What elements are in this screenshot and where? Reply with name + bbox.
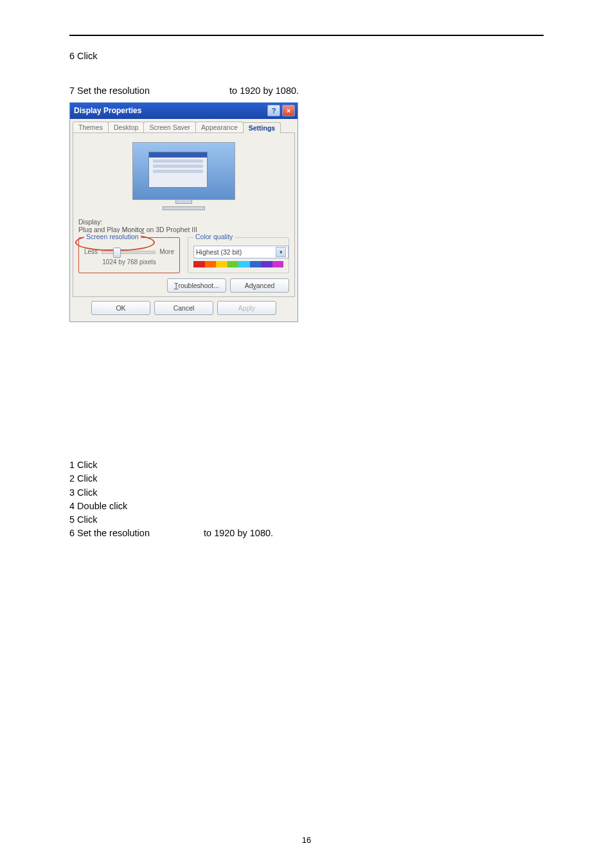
slider-thumb-icon[interactable] <box>113 248 121 258</box>
tab-screen-saver[interactable]: Screen Saver <box>143 122 196 132</box>
dialog-title: Display Properties <box>74 106 141 115</box>
dialog-titlebar: Display Properties ? × <box>70 103 298 119</box>
list-step-5: 5 Click <box>69 514 544 525</box>
slider-more-label: More <box>159 248 174 255</box>
instruction-step-6: 6 Click <box>69 50 544 62</box>
resolution-value: 1024 by 768 pixels <box>84 258 174 266</box>
color-spectrum-bar <box>193 261 283 267</box>
tab-desktop[interactable]: Desktop <box>108 122 145 132</box>
display-text-post: on 3D Prophet III <box>145 226 197 233</box>
horizontal-rule <box>69 35 544 36</box>
display-label: Display: <box>78 218 289 226</box>
tab-appearance[interactable]: Appearance <box>195 122 244 132</box>
tab-themes[interactable]: Themes <box>73 122 109 132</box>
instruction-step-7: 7 Set the resolution to 1920 by 1080. <box>69 85 544 96</box>
list-step-1: 1 Click <box>69 459 544 471</box>
document-page: 6 Click 7 Set the resolution to 1920 by … <box>0 0 613 868</box>
list-step-4: 4 Double click <box>69 500 544 512</box>
step7-prefix: 7 Set the resolution <box>69 86 150 96</box>
chevron-down-icon[interactable]: ▾ <box>276 247 286 257</box>
troubleshoot-button[interactable]: Troubleshoot... <box>167 278 226 293</box>
ok-button[interactable]: OK <box>91 301 150 315</box>
close-button[interactable]: × <box>282 105 295 116</box>
list-step-6-resolution: to 1920 by 1080. <box>204 528 273 538</box>
monitor-preview-icon <box>132 142 235 210</box>
list-step-2: 2 Click <box>69 473 544 484</box>
apply-button[interactable]: Apply <box>217 301 276 315</box>
list-step-6: 6 Set the resolution to 1920 by 1080. <box>69 527 544 539</box>
list-step-6-prefix: 6 Set the resolution <box>69 528 150 538</box>
color-quality-value: Highest (32 bit) <box>196 248 242 256</box>
resolution-slider[interactable] <box>102 247 155 256</box>
display-properties-dialog: Display Properties ? × Themes Desktop Sc… <box>69 102 298 322</box>
color-quality-select[interactable]: Highest (32 bit) ▾ <box>193 246 289 258</box>
cancel-button[interactable]: Cancel <box>154 301 213 315</box>
page-number: 16 <box>0 835 613 845</box>
screen-resolution-group: Screen resolution Less More 1024 by 768 … <box>78 237 180 273</box>
step7-resolution: to 1920 by 1080. <box>229 86 299 96</box>
screen-resolution-legend: Screen resolution <box>84 233 141 240</box>
tab-strip: Themes Desktop Screen Saver Appearance S… <box>73 122 295 132</box>
color-quality-legend: Color quality <box>193 233 235 240</box>
settings-panel: Display: Plug and Play Monitor on 3D Pro… <box>73 132 295 297</box>
tab-settings[interactable]: Settings <box>243 122 281 133</box>
help-button[interactable]: ? <box>267 105 280 116</box>
list-step-3: 3 Click <box>69 487 544 498</box>
advanced-button[interactable]: Advanced <box>230 278 289 293</box>
color-quality-group: Color quality Highest (32 bit) ▾ <box>188 237 289 273</box>
slider-less-label: Less <box>84 248 98 255</box>
